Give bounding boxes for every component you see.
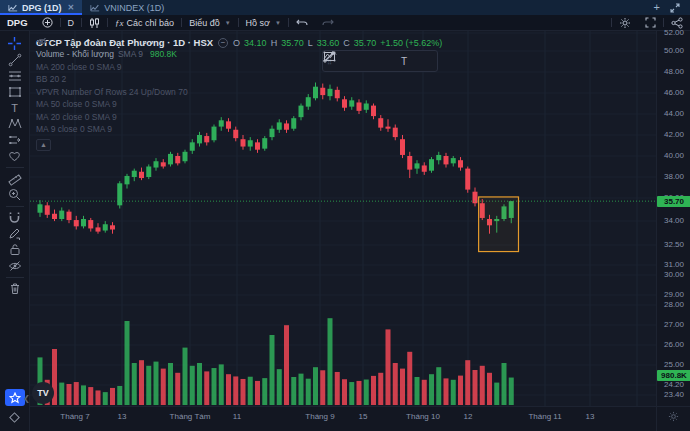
price-axis[interactable]: 52.0050.0048.0046.0044.0042.0040.0038.00… (656, 31, 690, 406)
time-tick-label: Tháng Tám (170, 412, 211, 421)
time-tick-label: 13 (586, 412, 595, 421)
price-tick-label: 48.00 (657, 67, 690, 76)
indicators-button[interactable]: ƒx Các chỉ báo (108, 15, 181, 30)
time-tick-label: 13 (118, 412, 127, 421)
rectangle-shape-icon (8, 86, 22, 98)
fullscreen-button[interactable] (638, 17, 663, 28)
measure-tool-button[interactable] (4, 171, 26, 186)
highlight-rectangle-drawing[interactable] (479, 197, 519, 252)
price-tick-label: 27.00 (657, 320, 690, 329)
eye-slash-icon[interactable] (36, 37, 48, 46)
compare-add-button[interactable] (35, 15, 60, 30)
zoom-in-tool-button[interactable] (4, 187, 26, 202)
price-tick-label: 46.00 (657, 88, 690, 97)
text-tool-button[interactable]: T (4, 100, 26, 115)
gear-icon[interactable] (668, 411, 679, 422)
indicator-row[interactable]: MA 20 close 0 SMA 9 (36, 111, 442, 124)
float-trendline-tool[interactable] (375, 52, 393, 70)
chart-tab-icon (90, 4, 100, 12)
price-tick-label: 38.00 (657, 172, 690, 181)
collapse-legend-icon[interactable]: − (218, 38, 228, 48)
remove-drawings-button[interactable] (4, 281, 26, 296)
indicator-label: VPVR Number Of Rows 24 Up/Down 70 (36, 87, 188, 97)
time-tick-label: 12 (464, 412, 473, 421)
emoji-tool-button[interactable] (4, 148, 26, 163)
interval-button[interactable]: D (61, 15, 82, 30)
indicator-row[interactable]: MA 50 close 0 SMA 9 (36, 98, 442, 111)
tab-vnindex[interactable]: VNINDEX (1D) (82, 0, 172, 15)
heart-icon (8, 150, 21, 162)
float-polyline-tool[interactable] (415, 52, 433, 70)
chevron-down-icon: ▼ (275, 20, 281, 26)
magnet-icon (8, 211, 21, 224)
trend-line-icon (8, 53, 22, 67)
price-tick-label: 32.50 (657, 240, 690, 249)
float-text-tool[interactable]: T (395, 52, 413, 70)
settings-button[interactable] (612, 17, 638, 29)
tab-close-icon[interactable]: ✕ (68, 3, 75, 12)
float-rectangle-tool[interactable] (335, 52, 353, 70)
float-brush-tool[interactable] (355, 52, 373, 70)
chart-pane[interactable]: CTCP Tập đoàn Đạt Phương · 1D · HSX − O3… (30, 31, 656, 406)
layout-menu-button[interactable]: Biểu đồ ▼ (182, 15, 237, 30)
pattern-tool-button[interactable] (4, 116, 26, 131)
hide-drawings-button[interactable] (4, 258, 26, 273)
undo-button[interactable] (289, 15, 315, 30)
expand-window-icon[interactable] (670, 3, 680, 13)
drawing-mode-button[interactable] (4, 226, 26, 241)
share-button[interactable] (664, 17, 690, 29)
main-toolbar: DPG D ƒx Các chỉ báo Biểu đồ ▼ Hồ sơ ▼ (0, 15, 690, 31)
sidebar-collapse-arrow[interactable]: ❮ (23, 394, 30, 403)
object-tree-button[interactable] (4, 410, 26, 425)
indicator-label: MA 50 close 0 SMA 9 (36, 99, 117, 109)
price-tick-label: 44.00 (657, 109, 690, 118)
price-tick-label: 34.00 (657, 216, 690, 225)
indicator-row[interactable]: BB 20 2 (36, 73, 442, 86)
redo-button[interactable] (315, 15, 341, 30)
crosshair-tool-button[interactable] (4, 36, 26, 51)
symbol-button[interactable]: DPG (0, 15, 35, 30)
price-tick-label: 31.00 (657, 260, 690, 269)
magnet-mode-button[interactable] (4, 210, 26, 225)
price-tick-label: 24.20 (657, 380, 690, 389)
price-tick-label: 26.00 (657, 340, 690, 349)
lock-drawings-button[interactable] (4, 242, 26, 257)
price-tick-label: 42.00 (657, 130, 690, 139)
favorites-toolbar-button[interactable] (5, 389, 25, 406)
prediction-tool-button[interactable] (4, 132, 26, 147)
price-tick-label: 40.00 (657, 151, 690, 160)
text-tool-icon: T (11, 102, 18, 114)
last-price-badge: 35.70 (657, 196, 690, 207)
magnifier-plus-icon (8, 188, 21, 201)
undo-icon (296, 18, 308, 27)
profile-menu-button[interactable]: Hồ sơ ▼ (239, 15, 288, 30)
ruler-icon (8, 172, 22, 186)
price-tick-label: 52.00 (657, 28, 690, 37)
time-tick-label: Tháng 9 (305, 412, 334, 421)
text-tool-icon: T (401, 56, 407, 67)
chart-style-button[interactable] (82, 15, 107, 30)
pencil-icon (8, 227, 21, 240)
tradingview-logo[interactable]: TV (32, 382, 54, 404)
tab-dpg[interactable]: DPG (1D) ✕ (0, 0, 82, 15)
time-tick-label: Tháng 11 (528, 412, 561, 421)
fx-icon: ƒx (115, 18, 124, 28)
add-tab-button[interactable]: + (654, 2, 660, 13)
tab-label: DPG (1D) (22, 3, 62, 13)
indicator-row[interactable]: MA 9 close 0 SMA 9 (36, 123, 442, 136)
shapes-tool-button[interactable] (4, 84, 26, 99)
time-tick-label: Tháng 7 (60, 412, 89, 421)
drawing-toolbar: T ❮ (0, 31, 30, 431)
legend-collapse-button[interactable]: ▲ (36, 139, 51, 151)
fib-retracement-tool-button[interactable] (4, 68, 26, 83)
indicator-row[interactable]: VPVR Number Of Rows 24 Up/Down 70 (36, 86, 442, 99)
price-tick-label: 30.00 (657, 270, 690, 279)
share-icon (671, 17, 683, 29)
symbol-title[interactable]: CTCP Tập đoàn Đạt Phương · 1D · HSX (36, 37, 213, 48)
volume-bars (38, 318, 514, 405)
time-tick-label: Tháng 10 (406, 412, 440, 421)
lock-icon (9, 243, 21, 256)
trend-line-tool-button[interactable] (4, 52, 26, 67)
time-axis[interactable]: Tháng 713Tháng Tám11Tháng 915Tháng 1012T… (30, 406, 656, 431)
floating-drawing-toolbar: ⣿ T (322, 50, 438, 72)
